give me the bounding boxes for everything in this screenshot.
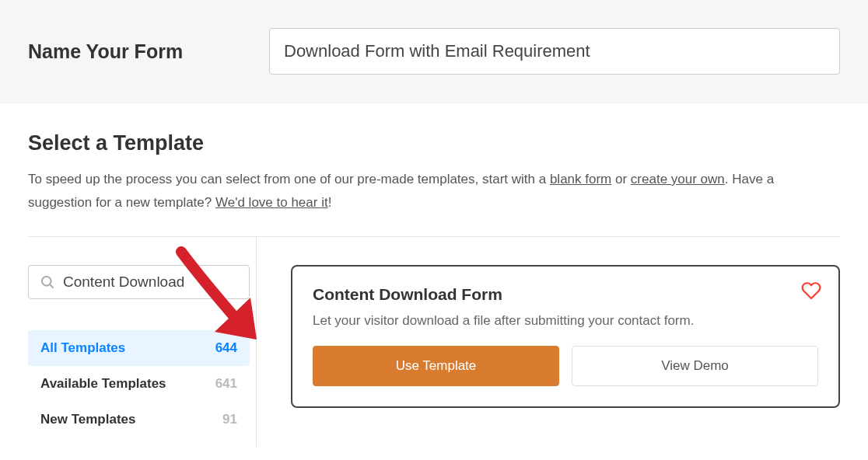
- select-template-title: Select a Template: [28, 131, 840, 155]
- search-icon: [40, 274, 55, 290]
- feedback-link[interactable]: We'd love to hear it: [215, 195, 328, 210]
- favorite-heart-icon[interactable]: [801, 281, 821, 304]
- desc-text: !: [328, 195, 332, 210]
- blank-form-link[interactable]: blank form: [550, 172, 611, 186]
- search-wrapper[interactable]: [28, 265, 250, 299]
- content-area: Select a Template To speed up the proces…: [0, 103, 868, 447]
- template-main-panel: Content Download Form Let your visitor d…: [257, 237, 840, 447]
- category-count: 91: [222, 412, 237, 427]
- template-card: Content Download Form Let your visitor d…: [291, 265, 840, 408]
- form-name-input[interactable]: [269, 28, 840, 75]
- select-template-description: To speed up the process you can select f…: [28, 168, 840, 214]
- template-area: All Templates 644 Available Templates 64…: [28, 237, 840, 447]
- category-all-templates[interactable]: All Templates 644: [28, 330, 250, 366]
- category-label: New Templates: [40, 412, 136, 427]
- category-count: 644: [215, 340, 237, 356]
- template-sidebar: All Templates 644 Available Templates 64…: [28, 237, 257, 447]
- name-your-form-label: Name Your Form: [28, 40, 246, 63]
- desc-text: or: [611, 172, 631, 186]
- category-count: 641: [215, 376, 237, 392]
- use-template-button[interactable]: Use Template: [313, 346, 559, 386]
- template-card-description: Let your visitor download a file after s…: [313, 313, 818, 329]
- desc-text: To speed up the process you can select f…: [28, 172, 550, 186]
- category-list: All Templates 644 Available Templates 64…: [28, 330, 256, 437]
- template-search-input[interactable]: [63, 274, 238, 291]
- view-demo-button[interactable]: View Demo: [572, 346, 818, 386]
- card-button-row: Use Template View Demo: [313, 346, 818, 386]
- template-card-title: Content Download Form: [313, 285, 818, 304]
- category-available-templates[interactable]: Available Templates 641: [28, 366, 250, 402]
- svg-point-0: [42, 276, 51, 285]
- category-new-templates[interactable]: New Templates 91: [28, 402, 250, 437]
- svg-line-1: [50, 284, 53, 288]
- category-label: All Templates: [40, 340, 125, 356]
- category-label: Available Templates: [40, 376, 166, 392]
- create-your-own-link[interactable]: create your own: [631, 172, 725, 186]
- header-bar: Name Your Form: [0, 0, 868, 103]
